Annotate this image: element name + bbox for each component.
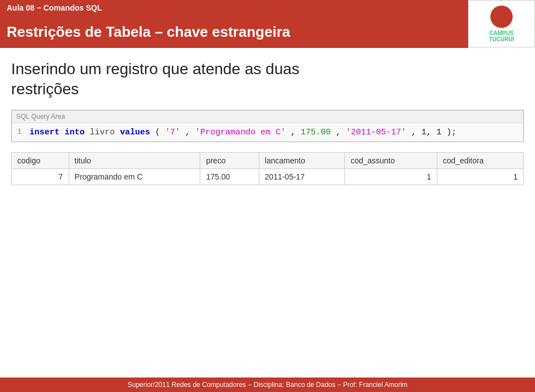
subtitle-bar: Restrições de Tabela – chave estrangeira — [0, 16, 468, 48]
footer: Superior/2011 Redes de Computadores − Di… — [0, 378, 535, 392]
kw-comma2: , — [291, 128, 301, 137]
col-cod-editora: cod_editora — [437, 152, 523, 168]
sql-query-code: 1 insert into livro values ( '7' , 'Prog… — [12, 123, 523, 142]
subtitle-text: Restrições de Tabela – chave estrangeira — [7, 23, 290, 41]
kw-values: values — [120, 128, 150, 137]
main-content: Inserindo um registro que atende as duas… — [0, 48, 535, 191]
logo-tucurui: TUCURUÍ — [489, 36, 514, 42]
result-table: codigo titulo preco lancamento cod_assun… — [11, 152, 524, 185]
kw-val5: 1, 1 ); — [421, 128, 456, 137]
top-bar: Aula 08 − Comandos SQL — [0, 0, 535, 16]
kw-val4: '2011-05-17' — [346, 128, 406, 137]
heading-line2: restrições — [11, 79, 524, 99]
table-row: 7Programando em C175.002011-05-1711 — [12, 168, 524, 185]
col-preco: preco — [200, 152, 259, 168]
kw-insert: insert into — [30, 128, 85, 137]
logo-campus: CAMPUS — [489, 30, 513, 36]
sql-code-line: insert into livro values ( '7' , 'Progra… — [27, 128, 459, 137]
table-header-row: codigo titulo preco lancamento cod_assun… — [12, 152, 524, 168]
kw-paren-open: ( — [155, 128, 160, 137]
table-cell: 1 — [345, 168, 437, 185]
heading: Inserindo um registro que atende as duas… — [11, 59, 524, 100]
kw-comma3: , — [336, 128, 346, 137]
kw-val1: '7' — [165, 128, 180, 137]
logo-area: CAMPUS TUCURUÍ — [468, 0, 535, 47]
table-cell: 7 — [12, 168, 69, 185]
table-cell: 175.00 — [200, 168, 259, 185]
sql-query-label: SQL Query Area — [12, 110, 523, 123]
logo-circle — [490, 6, 513, 28]
col-lancamento: lancamento — [259, 152, 345, 168]
kw-comma1: , — [185, 128, 195, 137]
table-cell: Programando em C — [69, 168, 200, 185]
sql-query-box: SQL Query Area 1 insert into livro value… — [11, 110, 524, 142]
col-codigo: codigo — [12, 152, 69, 168]
kw-comma4: , — [411, 128, 421, 137]
top-bar-title: Aula 08 − Comandos SQL — [7, 3, 102, 12]
kw-val2: 'Programando em C' — [195, 128, 286, 137]
col-cod-assunto: cod_assunto — [345, 152, 437, 168]
col-titulo: titulo — [69, 152, 200, 168]
kw-val3: 175.00 — [301, 128, 331, 137]
table-cell: 1 — [437, 168, 523, 185]
sql-line-number: 1 — [12, 128, 27, 136]
kw-table-name: livro — [90, 128, 120, 137]
table-cell: 2011-05-17 — [259, 168, 345, 185]
footer-text: Superior/2011 Redes de Computadores − Di… — [128, 381, 408, 389]
heading-line1: Inserindo um registro que atende as duas — [11, 59, 524, 79]
